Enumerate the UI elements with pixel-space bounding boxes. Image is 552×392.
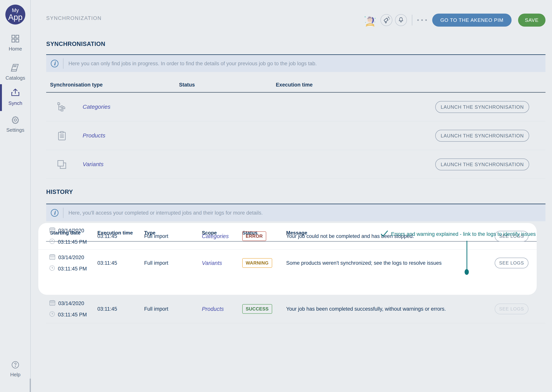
column-header: Synchronisation type (50, 82, 103, 88)
clock-icon (49, 238, 55, 246)
sync-scope-link[interactable]: Categories (83, 104, 110, 110)
more-options-button[interactable] (417, 19, 427, 21)
clock-icon (49, 265, 55, 273)
logo-line2: App (8, 13, 23, 21)
history-title-rule (46, 204, 545, 204)
history-info-banner: i Here, you'll access your completed or … (46, 204, 545, 221)
annotation-pointer-dot (465, 269, 469, 275)
launch-sync-button[interactable]: LAUNCH THE SYNCHRONISATION (435, 130, 529, 142)
status-badge: SUCCESS (242, 304, 272, 314)
sidebar: My App Home Catalogs (0, 0, 31, 392)
overlapping-squares-icon (57, 160, 67, 171)
sidebar-item-label: Synch (8, 100, 22, 106)
sidebar-item-help[interactable]: Help (0, 361, 31, 378)
starting-date: 03/14/2020 (58, 301, 84, 307)
go-to-pim-button[interactable]: GO TO THE AKENEO PIM (432, 14, 511, 27)
info-icon: i (51, 60, 58, 67)
sync-scope-link[interactable]: Products (83, 132, 105, 139)
scope-link[interactable]: Categories (202, 233, 229, 239)
status-badge: WARNING (242, 258, 272, 268)
starting-date-cell: 03/14/2020 03:11:45 PM (49, 227, 87, 246)
sync-table: Categories LAUNCH THE SYNCHRONISATION Pr… (46, 93, 545, 179)
gear-icon (11, 116, 20, 125)
sidebar-item-synch[interactable]: Synch (0, 88, 31, 106)
table-row-categories: Categories LAUNCH THE SYNCHRONISATION (46, 93, 545, 121)
launch-sync-button[interactable]: LAUNCH THE SYNCHRONISATION (435, 101, 529, 113)
starting-date-cell: 03/14/2020 03:11:45 PM (49, 253, 87, 273)
sidebar-item-home[interactable]: Home (0, 34, 31, 52)
history-section-title: HISTORY (46, 189, 73, 196)
history-info-text: Here, you'll access your completed or in… (68, 210, 263, 216)
user-avatar[interactable] (363, 14, 377, 27)
announcements-button[interactable] (380, 14, 392, 26)
grid-icon (11, 34, 20, 44)
message-cell: Some products weren't synchronized; see … (286, 260, 470, 266)
message-cell: Your job has been completed successfully… (286, 306, 470, 312)
header-actions: GO TO THE AKENEO PIM SAVE (363, 14, 545, 27)
status-cell: SUCCESS (242, 304, 272, 314)
banner-divider (63, 208, 64, 218)
clipboard-icon (57, 131, 67, 142)
execution-time-cell: 03:11:45 (97, 260, 117, 266)
annotation-pointer-line (466, 241, 467, 271)
scope-link[interactable]: Variants (202, 260, 222, 266)
header-divider (412, 15, 412, 25)
checkmark-icon (381, 231, 388, 238)
table-row-variants: Variants LAUNCH THE SYNCHRONISATION (46, 150, 545, 179)
sync-scope-link[interactable]: Variants (83, 161, 103, 168)
upload-icon (11, 88, 20, 98)
clock-icon (49, 311, 55, 319)
sidebar-item-label: Catalogs (6, 75, 25, 81)
type-cell: Full import (144, 233, 168, 239)
bell-icon (398, 16, 404, 24)
sidebar-scrollbar-thumb[interactable] (30, 378, 31, 392)
sync-info-text: Here you can only find jobs in progress.… (68, 61, 317, 67)
page-title: SYNCHRONIZATION (46, 15, 102, 21)
notifications-button[interactable] (395, 14, 407, 26)
see-logs-button[interactable]: SEE LOGS (495, 258, 528, 268)
type-cell: Full import (144, 260, 168, 266)
app-screen: My App Home Catalogs (0, 0, 552, 392)
sidebar-item-label: Help (10, 372, 20, 378)
history-row-warning: 03/14/2020 03:11:45 PM 03:11:45 Full imp (38, 250, 537, 276)
history-row-success: 03/14/2020 03:11:45 PM 03:11:45 Full imp (38, 295, 537, 323)
help-icon (11, 361, 20, 370)
execution-time-cell: 03:11:45 (97, 233, 117, 239)
sidebar-item-settings[interactable]: Settings (0, 116, 31, 133)
starting-date: 03/14/2020 (58, 254, 84, 260)
annotation-text: Errors and warning explained - link to t… (391, 231, 536, 237)
type-cell: Full import (144, 306, 168, 312)
sync-title-rule (46, 54, 545, 55)
starting-date: 03/14/2020 (58, 228, 84, 234)
status-cell: ERROR (242, 231, 266, 241)
banner-divider (63, 58, 64, 69)
main-content: SYNCHRONIZATION (31, 0, 552, 392)
sync-section-title: SYNCHRONISATION (46, 41, 105, 48)
calendar-icon (49, 253, 56, 261)
sidebar-item-label: Home (9, 46, 22, 52)
column-header: Execution time (276, 82, 312, 88)
starting-date-cell: 03/14/2020 03:11:45 PM (49, 299, 87, 319)
starting-time: 03:11:45 PM (58, 312, 87, 318)
sync-table-header: Synchronisation type Status Execution ti… (46, 82, 545, 90)
starting-time: 03:11:45 PM (58, 239, 87, 245)
logo-line1: My (12, 8, 19, 13)
status-badge: ERROR (242, 231, 266, 241)
sidebar-item-catalogs[interactable]: Catalogs (0, 63, 31, 81)
save-button[interactable]: SAVE (518, 14, 545, 27)
execution-time-cell: 03:11:45 (97, 306, 117, 312)
info-icon: i (51, 209, 58, 217)
column-header: Status (179, 82, 195, 88)
see-logs-button-disabled: SEE LOGS (495, 304, 528, 314)
app-logo: My App (5, 5, 25, 25)
launch-sync-button[interactable]: LAUNCH THE SYNCHRONISATION (435, 159, 529, 170)
megaphone-icon (383, 16, 390, 24)
book-icon (11, 63, 20, 73)
starting-time: 03:11:45 PM (58, 266, 87, 272)
scope-link[interactable]: Products (202, 306, 224, 312)
calendar-icon (49, 299, 56, 308)
history-row-success-inner: 03/14/2020 03:11:45 PM 03:11:45 Full imp (38, 295, 537, 323)
categories-tree-icon (57, 102, 67, 113)
status-cell: WARNING (242, 258, 272, 268)
sidebar-item-label: Settings (6, 127, 24, 133)
